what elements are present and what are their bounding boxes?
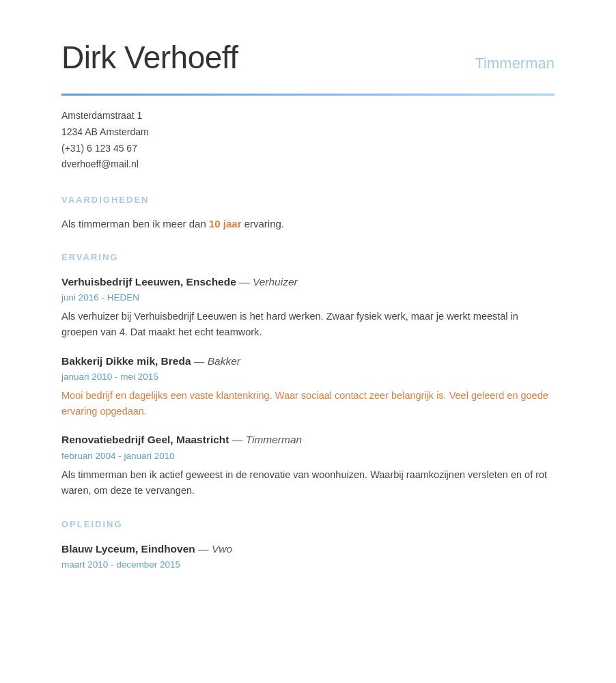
role-3: Timmerman: [246, 434, 303, 445]
skills-section: VAARDIGHEDEN Als timmerman ben ik meer d…: [61, 193, 555, 232]
skills-text: Als timmerman ben ik meer dan 10 jaar er…: [61, 217, 555, 232]
job-desc-1: Als verhuizer bij Verhuisbedrijf Leeuwen…: [61, 309, 555, 340]
candidate-name: Dirk Verhoeff: [61, 34, 238, 81]
skills-highlight: 10 jaar: [209, 218, 242, 229]
skills-text-before: Als timmerman ben ik meer dan: [61, 218, 209, 229]
resume-page: Dirk Verhoeff Timmerman Amsterdamstraat …: [0, 0, 616, 683]
job-period-2: januari 2010 - mei 2015: [61, 370, 555, 384]
job-header-2: Bakkerij Dikke mik, Breda — Bakker: [61, 353, 555, 369]
job-desc-2: Mooi bedrijf en dagelijks een vaste klan…: [61, 388, 555, 419]
job-period-1: juni 2016 - HEDEN: [61, 291, 555, 305]
dash-1: —: [236, 276, 253, 288]
education-title: OPLEIDING: [61, 518, 555, 531]
company-name-1: Verhuisbedrijf Leeuwen, Enschede: [61, 276, 236, 288]
school-name-1: Blauw Lyceum, Eindhoven: [61, 543, 195, 555]
skills-text-after: ervaring.: [241, 218, 284, 229]
edu-header-1: Blauw Lyceum, Eindhoven — Vwo: [61, 541, 555, 557]
job-item-3: Renovatiebedrijf Geel, Maastricht — Timm…: [61, 432, 555, 499]
edu-dash-1: —: [195, 543, 212, 555]
edu-item-1: Blauw Lyceum, Eindhoven — Vwo maart 2010…: [61, 541, 555, 572]
job-item: Verhuisbedrijf Leeuwen, Enschede — Verhu…: [61, 274, 555, 341]
edu-period-1: maart 2010 - december 2015: [61, 558, 555, 572]
experience-section: ERVARING Verhuisbedrijf Leeuwen, Ensched…: [61, 251, 555, 499]
role-2: Bakker: [208, 355, 240, 367]
job-period-3: februari 2004 - januari 2010: [61, 449, 555, 463]
email: dverhoeff@mail.nl: [61, 156, 555, 173]
job-header-3: Renovatiebedrijf Geel, Maastricht — Timm…: [61, 432, 555, 447]
job-desc-3: Als timmerman ben ik actief geweest in d…: [61, 467, 555, 499]
job-title: Timmerman: [475, 52, 555, 74]
company-name-3: Renovatiebedrijf Geel, Maastricht: [61, 434, 229, 445]
role-1: Verhuizer: [253, 276, 298, 288]
skills-title: VAARDIGHEDEN: [61, 193, 555, 207]
edu-level-1: Vwo: [212, 543, 232, 555]
header: Dirk Verhoeff Timmerman: [61, 34, 555, 81]
job-item-2: Bakkerij Dikke mik, Breda — Bakker janua…: [61, 353, 555, 420]
dash-3: —: [229, 434, 246, 445]
header-divider: [61, 94, 555, 96]
education-section: OPLEIDING Blauw Lyceum, Eindhoven — Vwo …: [61, 518, 555, 572]
phone: (+31) 6 123 45 67: [61, 141, 555, 157]
job-header-1: Verhuisbedrijf Leeuwen, Enschede — Verhu…: [61, 274, 555, 290]
company-name-2: Bakkerij Dikke mik, Breda: [61, 355, 191, 367]
address: Amsterdamstraat 1: [61, 108, 555, 124]
contact-info: Amsterdamstraat 1 1234 AB Amsterdam (+31…: [61, 108, 555, 173]
experience-title: ERVARING: [61, 251, 555, 264]
dash-2: —: [191, 355, 208, 367]
city: 1234 AB Amsterdam: [61, 124, 555, 141]
